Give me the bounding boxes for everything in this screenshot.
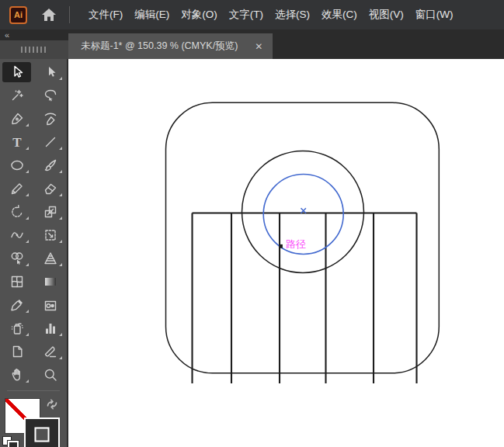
fill-stroke-swatches <box>0 391 67 447</box>
top-menu-bar: Ai 文件(F) 编辑(E) 对象(O) 文字(T) 选择(S) 效果(C) 视… <box>0 0 504 29</box>
flyout-triangle-icon <box>26 333 29 336</box>
eraser-tool[interactable] <box>33 177 67 200</box>
document-title: 未标题-1* @ 150.39 % (CMYK/预览) <box>81 40 238 53</box>
scale-icon <box>36 202 64 222</box>
swap-fill-stroke-icon[interactable] <box>44 397 60 412</box>
curvature-pen-icon <box>36 109 64 129</box>
type-icon: T <box>2 132 31 152</box>
svg-text:T: T <box>12 135 22 150</box>
tab-row: « 未标题-1* @ 150.39 % (CMYK/预览) ✕ <box>0 29 504 59</box>
document-tab[interactable]: 未标题-1* @ 150.39 % (CMYK/预览) ✕ <box>68 33 273 59</box>
menu-file[interactable]: 文件(F) <box>83 0 128 29</box>
pen-tool[interactable] <box>0 107 33 130</box>
eyedropper-icon <box>2 295 31 315</box>
home-icon[interactable] <box>39 5 59 25</box>
flyout-triangle-icon <box>59 263 62 266</box>
slice-tool[interactable] <box>33 340 67 363</box>
selection-icon <box>2 62 31 82</box>
menu-select[interactable]: 选择(S) <box>269 0 315 29</box>
symbol-sprayer-icon <box>2 318 31 338</box>
default-fill-stroke-icon[interactable] <box>2 436 21 447</box>
curvature-tool[interactable] <box>33 107 67 130</box>
stroke-swatch-hole <box>35 428 50 442</box>
paintbrush-icon <box>36 155 64 175</box>
line-icon <box>36 132 64 152</box>
flyout-triangle-icon <box>26 240 29 243</box>
flyout-triangle-icon <box>59 193 62 196</box>
artboard-icon <box>2 341 31 362</box>
width-icon <box>2 225 31 245</box>
panel-grip-strip[interactable] <box>0 40 68 59</box>
rotate-icon <box>2 202 31 222</box>
flyout-triangle-icon <box>26 217 29 220</box>
mesh-tool[interactable] <box>0 270 33 293</box>
menu-window[interactable]: 窗口(W) <box>410 0 459 29</box>
home-icon-glyph <box>40 5 58 24</box>
perspective-grid-tool[interactable] <box>33 247 67 270</box>
column-graph-tool[interactable] <box>33 317 67 340</box>
blend-icon <box>36 295 64 315</box>
magic-wand-tool[interactable] <box>0 84 33 107</box>
menu-effect[interactable]: 效果(C) <box>316 0 363 29</box>
line-segment-tool[interactable] <box>33 130 67 154</box>
direct-selection-icon <box>36 62 64 82</box>
hand-tool[interactable] <box>0 363 33 386</box>
collapse-panel-icon[interactable]: « <box>5 31 9 39</box>
tab-close-icon[interactable]: ✕ <box>255 42 262 51</box>
menu-edit[interactable]: 编辑(E) <box>129 0 175 29</box>
shape-builder-icon <box>2 248 31 269</box>
illustrator-logo-icon[interactable]: Ai <box>9 6 27 24</box>
scale-tool[interactable] <box>33 200 67 224</box>
width-tool[interactable] <box>0 224 33 247</box>
menu-object[interactable]: 对象(O) <box>176 0 223 29</box>
menu-view[interactable]: 视图(V) <box>363 0 409 29</box>
zoom-icon <box>36 365 64 385</box>
eyedropper-tool[interactable] <box>0 293 33 317</box>
anchor-point[interactable] <box>279 244 283 248</box>
type-tool[interactable]: T <box>0 130 33 154</box>
document-tab-bar: 未标题-1* @ 150.39 % (CMYK/预览) ✕ <box>68 29 504 59</box>
free-transform-tool[interactable] <box>33 224 67 247</box>
pencil-icon <box>2 178 31 199</box>
gradient-tool[interactable] <box>33 270 67 293</box>
pen-icon <box>2 109 31 129</box>
flyout-triangle-icon <box>59 217 62 220</box>
mesh-icon <box>2 272 31 292</box>
lasso-tool[interactable] <box>33 84 67 107</box>
magic-wand-icon <box>2 85 31 106</box>
canvas[interactable]: 路径 <box>68 59 504 447</box>
flyout-triangle-icon <box>59 333 62 336</box>
tools-panel: T <box>0 59 68 447</box>
rotate-tool[interactable] <box>0 200 33 224</box>
pencil-tool[interactable] <box>0 177 33 200</box>
stroke-swatch-black[interactable] <box>24 418 60 447</box>
slice-icon <box>36 341 64 362</box>
paintbrush-tool[interactable] <box>33 154 67 177</box>
blend-tool[interactable] <box>33 293 67 317</box>
zoom-tool[interactable] <box>33 363 67 386</box>
direct-selection-tool[interactable] <box>33 61 67 84</box>
hand-icon <box>2 365 31 385</box>
flyout-triangle-icon <box>59 170 62 173</box>
ellipse-tool[interactable] <box>0 154 33 177</box>
flyout-triangle-icon <box>59 77 62 80</box>
flyout-triangle-icon <box>26 310 29 313</box>
menu-type[interactable]: 文字(T) <box>224 0 269 29</box>
lasso-icon <box>36 85 64 106</box>
panel-collapse-strip: « <box>0 29 68 40</box>
selection-tool[interactable] <box>0 61 33 84</box>
flyout-triangle-icon <box>26 193 29 196</box>
artwork[interactable]: 路径 <box>68 59 502 447</box>
flyout-triangle-icon <box>59 356 62 359</box>
perspective-grid-icon <box>36 248 64 269</box>
artboard-tool[interactable] <box>0 340 33 363</box>
column-graph-icon <box>36 318 64 338</box>
flyout-triangle-icon <box>26 123 29 126</box>
shape-builder-tool[interactable] <box>0 247 33 270</box>
grip-dots-icon <box>21 47 47 53</box>
symbol-sprayer-tool[interactable] <box>0 317 33 340</box>
smart-guide-path-label: 路径 <box>286 238 306 250</box>
tool-panel-header: « <box>0 29 68 59</box>
main-area: T 路径 <box>0 59 504 447</box>
flyout-triangle-icon <box>26 263 29 266</box>
